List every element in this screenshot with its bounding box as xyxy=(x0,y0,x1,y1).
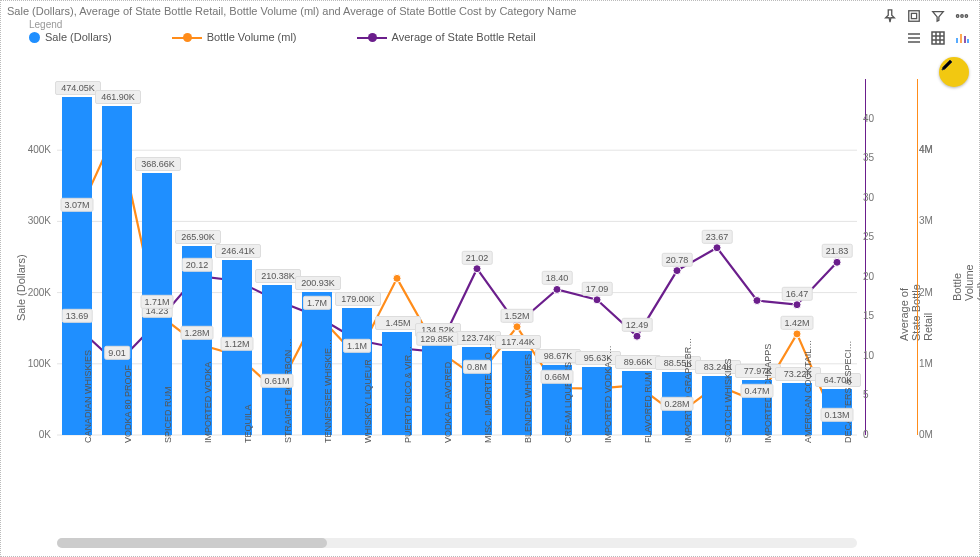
bar-label: 265.90K xyxy=(175,230,221,244)
horizontal-scrollbar[interactable] xyxy=(57,538,857,548)
y-right2-tick: 4M xyxy=(919,144,949,155)
axis-line-retail xyxy=(865,79,866,435)
filter-icon[interactable] xyxy=(929,7,947,25)
y-right2-tick: 0M xyxy=(919,429,949,440)
focus-icon[interactable] xyxy=(905,7,923,25)
volume-point-label: 0.8M xyxy=(463,360,491,374)
category-label: MISC. IMPORTED CO… xyxy=(483,343,493,443)
volume-point-label: 0.47M xyxy=(740,383,773,397)
axis-line-volume xyxy=(917,79,918,435)
y-right2-tick: 1M xyxy=(919,358,949,369)
legend-item-sale[interactable]: Sale (Dollars) xyxy=(29,31,112,43)
retail-point-label: 12.49 xyxy=(622,318,653,332)
y-right2-tick: 3M xyxy=(919,215,949,226)
plot-area[interactable]: 474.05K461.90K368.66K265.90K246.41K210.3… xyxy=(57,79,857,435)
volume-point-label: 1.28M xyxy=(180,326,213,340)
y-left-tick: 0K xyxy=(11,429,51,440)
line-orange-icon xyxy=(172,33,202,42)
category-label: IMPORTED VODKA xyxy=(203,362,213,443)
volume-point-label: 1.12M xyxy=(220,337,253,351)
category-label: SCOTCH WHISKIES xyxy=(723,358,733,443)
category-label: TEQUILA xyxy=(243,404,253,443)
bar-layer: 474.05K461.90K368.66K265.90K246.41K210.3… xyxy=(57,79,857,435)
category-label: FLAVORED RUM xyxy=(643,372,653,443)
category-label: PUERTO RICO & VIR… xyxy=(403,346,413,443)
scrollbar-thumb[interactable] xyxy=(57,538,327,548)
volume-point-label: 1.1M xyxy=(343,338,371,352)
chart-title: Sale (Dollars), Average of State Bottle … xyxy=(7,5,576,17)
retail-point-label: 21.83 xyxy=(822,244,853,258)
legend-header: Legend xyxy=(29,19,62,30)
y-axis-right2-title: Bottle Volume (ml) xyxy=(951,264,980,301)
legend-item-volume[interactable]: Bottle Volume (ml) xyxy=(172,31,297,43)
y-right1-tick: 35 xyxy=(863,152,893,163)
more-icon[interactable] xyxy=(953,7,971,25)
retail-point-label: 23.67 xyxy=(702,230,733,244)
category-label: SPICED RUM xyxy=(163,386,173,443)
y-right1-tick: 15 xyxy=(863,310,893,321)
volume-point-label: 0.13M xyxy=(820,408,853,422)
volume-point-label: 1.71M xyxy=(140,295,173,309)
volume-point-label: 129.85K xyxy=(416,331,458,345)
edit-pencil-button[interactable] xyxy=(939,57,969,87)
visual-toolbar xyxy=(881,7,971,25)
bar-label: 179.00K xyxy=(335,292,381,306)
y-right1-tick: 40 xyxy=(863,113,893,124)
retail-point-label: 16.47 xyxy=(782,287,813,301)
category-label: WHISKEY LIQUEUR xyxy=(363,359,373,443)
retail-point-label: 20.12 xyxy=(182,258,213,272)
bar-label: 200.93K xyxy=(295,276,341,290)
category-label: CANADIAN WHISKIES xyxy=(83,350,93,443)
svg-rect-5 xyxy=(932,32,944,44)
hamburger-icon[interactable] xyxy=(905,29,923,47)
volume-point-label: 1.42M xyxy=(780,316,813,330)
retail-point-label: 9.01 xyxy=(104,346,130,360)
category-label: VODKA 80 PROOF xyxy=(123,365,133,443)
category-label: IMPORTED VODKA - … xyxy=(603,345,613,443)
category-label: AMERICAN COCKTAIL… xyxy=(803,340,813,443)
retail-point-label: 18.40 xyxy=(542,271,573,285)
svg-point-4 xyxy=(965,15,967,17)
view-toolbar xyxy=(905,29,971,47)
svg-rect-1 xyxy=(911,13,916,18)
pin-icon[interactable] xyxy=(881,7,899,25)
category-label: DECANTERS & SPECI… xyxy=(843,340,853,443)
table-icon[interactable] xyxy=(929,29,947,47)
bar-label: 117.44K xyxy=(495,335,541,349)
category-label: STRAIGHT BOURBON … xyxy=(283,338,293,443)
y-right1-tick: 5 xyxy=(863,389,893,400)
bar-swatch-icon xyxy=(29,32,40,43)
bar-chart-icon[interactable] xyxy=(953,29,971,47)
volume-point-label: 0.66M xyxy=(540,370,573,384)
retail-point-label: 13.69 xyxy=(62,308,93,322)
y-right1-tick: 25 xyxy=(863,231,893,242)
y-left-tick: 200K xyxy=(11,287,51,298)
y-right1-tick: 20 xyxy=(863,271,893,282)
bar-label: 64.70K xyxy=(815,373,861,387)
svg-point-2 xyxy=(956,15,958,17)
bar-label: 368.66K xyxy=(135,157,181,171)
svg-point-3 xyxy=(961,15,963,17)
y-right1-tick: 30 xyxy=(863,192,893,203)
category-label: BLENDED WHISKIES xyxy=(523,354,533,443)
volume-point-label: 1.52M xyxy=(500,309,533,323)
legend: Sale (Dollars) Bottle Volume (ml) Averag… xyxy=(29,31,536,43)
y-left-tick: 100K xyxy=(11,358,51,369)
legend-item-retail[interactable]: Average of State Bottle Retail xyxy=(357,31,536,43)
y-left-tick: 400K xyxy=(11,144,51,155)
volume-point-label: 3.07M xyxy=(60,198,93,212)
y-axis-right1-title: Average of State Bottle Retail xyxy=(898,260,934,341)
volume-point-label: 1.7M xyxy=(303,296,331,310)
volume-point-label: 0.61M xyxy=(260,373,293,387)
line-purple-icon xyxy=(357,33,387,42)
category-label: IMPORTED GRAPE BR… xyxy=(683,338,693,443)
svg-rect-0 xyxy=(909,11,920,22)
category-label: TENNESSEE WHISKIE… xyxy=(323,339,333,443)
y-right1-tick: 10 xyxy=(863,350,893,361)
category-label: VODKA FLAVORED xyxy=(443,362,453,443)
chart-visual: Sale (Dollars), Average of State Bottle … xyxy=(0,0,980,557)
volume-point-label: 0.28M xyxy=(660,397,693,411)
retail-point-label: 21.02 xyxy=(462,251,493,265)
y-right1-tick: 0 xyxy=(863,429,893,440)
y-right2-tick: 2M xyxy=(919,287,949,298)
